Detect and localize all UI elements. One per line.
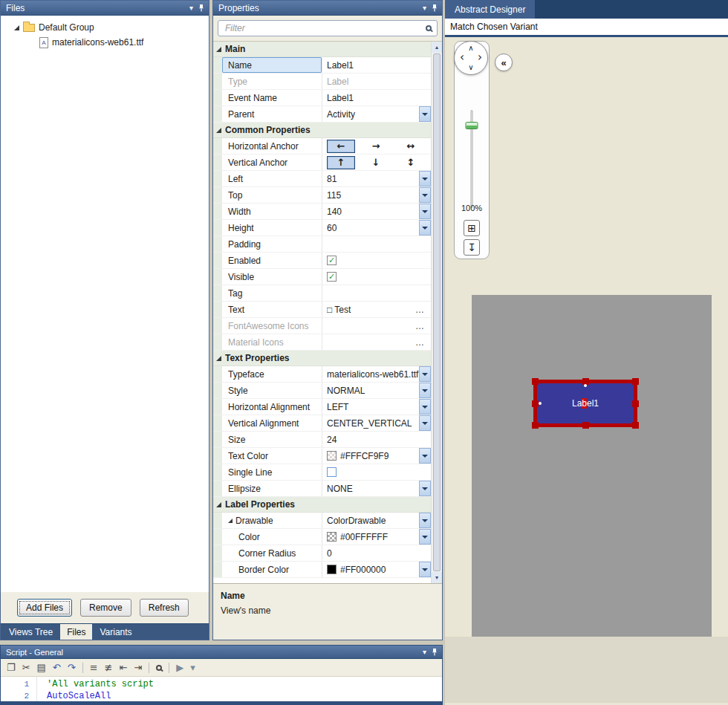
- property-label-height[interactable]: Height: [222, 220, 322, 235]
- scroll-down-icon[interactable]: ∨: [468, 64, 473, 71]
- property-value-fontawesome-icons[interactable]: …: [322, 318, 431, 334]
- property-label-horizontal-anchor[interactable]: Horizontal Anchor: [222, 138, 322, 154]
- anchor-button[interactable]: ←: [327, 140, 355, 153]
- scroll-right-icon[interactable]: ›: [478, 52, 482, 63]
- property-label-style[interactable]: Style: [222, 383, 322, 398]
- property-label-color[interactable]: Color: [222, 529, 322, 545]
- scrollbar-down-button[interactable]: ▾: [432, 572, 442, 583]
- property-value-width[interactable]: 140: [322, 204, 431, 219]
- pin-icon[interactable]: [431, 648, 438, 656]
- dropdown-button[interactable]: [419, 204, 431, 219]
- property-label-parent[interactable]: Parent: [222, 106, 322, 122]
- property-label-left[interactable]: Left: [222, 171, 322, 186]
- paste-icon[interactable]: ▤: [37, 663, 46, 672]
- pin-icon[interactable]: [198, 4, 205, 12]
- property-value-horizontal-anchor[interactable]: ←→↔: [322, 138, 431, 154]
- dropdown-button[interactable]: [419, 481, 431, 496]
- ellipsis-button[interactable]: …: [415, 337, 431, 348]
- property-value-parent[interactable]: Activity: [322, 106, 431, 122]
- property-label-vertical-anchor[interactable]: Vertical Anchor: [222, 155, 322, 170]
- resize-handle[interactable]: [632, 400, 639, 407]
- code-editor[interactable]: 1'All variants script2AutoScaleAll: [1, 677, 442, 701]
- resize-handle[interactable]: [532, 400, 539, 407]
- property-label-tag[interactable]: Tag: [222, 285, 322, 301]
- expander-icon[interactable]: [14, 25, 19, 30]
- property-value-material-icons[interactable]: …: [322, 334, 431, 350]
- script-panel-header[interactable]: Script - General ▾: [1, 646, 442, 659]
- remove-button[interactable]: Remove: [80, 599, 131, 617]
- cut-icon[interactable]: ✂: [22, 663, 30, 672]
- property-label-typeface[interactable]: Typeface: [222, 366, 322, 382]
- dropdown-button[interactable]: [419, 513, 431, 528]
- chevron-down-icon[interactable]: ▾: [189, 4, 193, 12]
- zoom-fit-button[interactable]: ⊞: [464, 220, 480, 236]
- color-swatch[interactable]: [327, 532, 337, 542]
- chevron-down-icon[interactable]: ▾: [423, 649, 426, 656]
- property-label-type[interactable]: Type: [222, 74, 322, 89]
- property-value-horizontal-alignment[interactable]: LEFT: [322, 399, 431, 415]
- property-value-typeface[interactable]: materialicons-web61.ttf: [322, 366, 431, 382]
- variant-bar[interactable]: Match Chosen Variant: [445, 19, 728, 37]
- copy-icon[interactable]: ❐: [7, 663, 16, 672]
- anchor-button[interactable]: ↕: [397, 156, 425, 169]
- tab-views-tree[interactable]: Views Tree: [2, 624, 59, 640]
- property-value-tag[interactable]: [322, 285, 431, 301]
- category-label-properties[interactable]: Label Properties: [213, 497, 431, 513]
- chevron-down-icon[interactable]: ▾: [423, 4, 426, 12]
- resize-handle[interactable]: [532, 378, 539, 385]
- property-label-size[interactable]: Size: [222, 432, 322, 447]
- label-control[interactable]: Label1: [533, 380, 637, 427]
- property-value-type[interactable]: Label: [322, 74, 431, 89]
- dropdown-button[interactable]: [419, 220, 431, 235]
- zoom-slider-thumb[interactable]: [466, 122, 478, 129]
- color-swatch[interactable]: [327, 451, 337, 461]
- checkbox[interactable]: ✓: [327, 272, 337, 282]
- checkbox[interactable]: [327, 467, 337, 477]
- scrollbar-up-button[interactable]: ▴: [432, 42, 442, 53]
- filter-input[interactable]: [224, 22, 426, 34]
- dropdown-button[interactable]: [419, 529, 431, 545]
- property-label-text-color[interactable]: Text Color: [222, 448, 322, 464]
- property-value-event-name[interactable]: Label1: [322, 90, 431, 105]
- add-files-button[interactable]: Add Files: [17, 599, 72, 617]
- redo-icon[interactable]: ↷: [68, 663, 76, 672]
- scroll-up-icon[interactable]: ∧: [468, 45, 473, 52]
- dropdown-button[interactable]: [419, 399, 431, 415]
- property-value-text-color[interactable]: #FFFCF9F9: [322, 448, 431, 464]
- category-main[interactable]: Main: [213, 42, 431, 57]
- property-value-padding[interactable]: [322, 236, 431, 252]
- property-value-top[interactable]: 115: [322, 187, 431, 203]
- dropdown-button[interactable]: [419, 415, 431, 431]
- color-swatch[interactable]: [327, 565, 337, 574]
- pin-icon[interactable]: [431, 4, 438, 12]
- property-label-horizontal-alignment[interactable]: Horizontal Alignment: [222, 399, 322, 415]
- resize-handle[interactable]: [632, 422, 639, 429]
- property-label-vertical-alignment[interactable]: Vertical Alignment: [222, 415, 322, 431]
- properties-panel-header[interactable]: Properties ▾: [213, 1, 442, 16]
- property-value-drawable[interactable]: ColorDrawable: [322, 513, 431, 528]
- category-common-properties[interactable]: Common Properties: [213, 123, 431, 138]
- property-label-text[interactable]: Text: [222, 302, 322, 317]
- refresh-button[interactable]: Refresh: [140, 599, 189, 617]
- comment-icon[interactable]: ≡: [90, 663, 98, 672]
- property-label-name[interactable]: Name: [222, 57, 322, 73]
- property-value-ellipsize[interactable]: NONE: [322, 481, 431, 496]
- property-label-single-line[interactable]: Single Line: [222, 464, 322, 480]
- property-label-corner-radius[interactable]: Corner Radius: [222, 545, 322, 561]
- anchor-button[interactable]: ↓: [362, 156, 390, 169]
- property-value-vertical-alignment[interactable]: CENTER_VERTICAL: [322, 415, 431, 431]
- outdent-icon[interactable]: ⇤: [119, 663, 127, 672]
- collapse-button[interactable]: «: [495, 53, 513, 71]
- tab-abstract-designer[interactable]: Abstract Designer: [445, 0, 535, 19]
- property-value-left[interactable]: 81: [322, 171, 431, 186]
- undo-icon[interactable]: ↶: [53, 663, 61, 672]
- capture-button[interactable]: ↧: [464, 239, 480, 256]
- property-value-single-line[interactable]: [322, 464, 431, 480]
- dropdown-button[interactable]: [419, 448, 431, 464]
- property-label-width[interactable]: Width: [222, 204, 322, 219]
- property-label-top[interactable]: Top: [222, 187, 322, 203]
- property-value-corner-radius[interactable]: 0: [322, 545, 431, 561]
- dropdown-button[interactable]: [419, 383, 431, 398]
- dropdown-button[interactable]: [419, 562, 431, 577]
- anchor-button[interactable]: ↑: [327, 156, 355, 169]
